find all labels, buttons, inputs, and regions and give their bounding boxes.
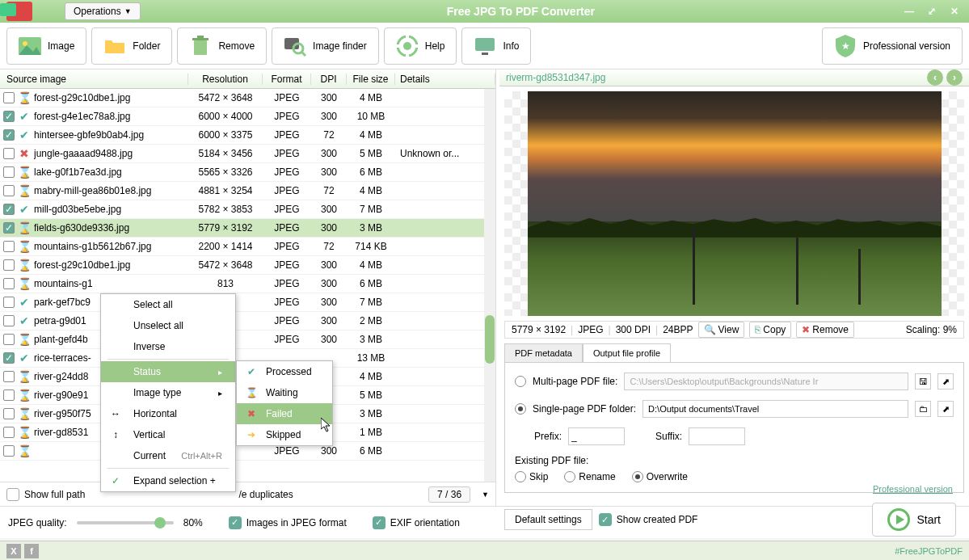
view-button[interactable]: 🔍View	[698, 322, 745, 338]
row-checkbox[interactable]: ✓	[3, 352, 15, 364]
copy-button[interactable]: ⎘Copy	[749, 322, 791, 338]
row-checkbox[interactable]	[3, 389, 15, 401]
table-row[interactable]: ⌛forest-g29c10dbe1.jpg5472 × 3648JPEG300…	[0, 89, 495, 107]
show-created-pdf-toggle[interactable]: ✓ Show created PDF	[599, 513, 698, 526]
show-full-path-toggle[interactable]: ✓ Show full path	[6, 488, 85, 501]
row-checkbox[interactable]	[3, 166, 15, 178]
start-button[interactable]: Start	[872, 503, 956, 537]
suffix-input[interactable]	[689, 427, 745, 445]
ctx-status[interactable]: Status	[101, 361, 235, 382]
exif-toggle[interactable]: ✓ EXIF orientation	[373, 516, 460, 529]
table-row[interactable]: ✓✔hintersee-gbfe9b0ab4.jpg6000 × 3375JPE…	[0, 126, 495, 145]
maximize-button[interactable]: ⤢	[924, 5, 940, 18]
singlepage-path-input[interactable]	[642, 400, 908, 418]
remove-button[interactable]: Remove	[177, 27, 267, 65]
row-checkbox[interactable]	[3, 297, 15, 308]
row-checkbox[interactable]	[3, 148, 15, 159]
professional-version-link[interactable]: Professional version	[873, 484, 953, 494]
open-external-icon[interactable]: ⬈	[937, 373, 954, 389]
table-row[interactable]: ✖jungle-gaaaad9488.jpg5184 × 3456JPEG300…	[0, 145, 495, 163]
table-row[interactable]: ✓✔forest-g4e1ec78a8.jpg6000 × 4000JPEG30…	[0, 107, 495, 126]
scrollbar[interactable]	[484, 89, 495, 482]
scrollbar-thumb[interactable]	[485, 315, 495, 364]
professional-version-button[interactable]: ★Professional version	[822, 27, 963, 65]
sub-waiting[interactable]: ⌛Waiting	[237, 382, 332, 403]
remove-preview-button[interactable]: ✖Remove	[796, 322, 854, 338]
image-finder-button[interactable]: Image finder	[272, 27, 379, 65]
row-checkbox[interactable]	[3, 185, 15, 196]
save-icon[interactable]: 🖫	[915, 373, 931, 389]
row-checkbox[interactable]	[3, 315, 15, 326]
next-image-button[interactable]: ›	[946, 69, 963, 86]
row-checkbox[interactable]	[3, 92, 15, 103]
help-button[interactable]: Help	[384, 27, 457, 65]
row-checkbox[interactable]	[3, 259, 15, 271]
quality-slider[interactable]	[77, 521, 174, 524]
ctx-image-type[interactable]: Image type	[101, 382, 235, 403]
prev-image-button[interactable]: ‹	[927, 69, 943, 86]
col-dpi[interactable]: DPI	[311, 74, 347, 85]
row-checkbox[interactable]	[3, 445, 15, 457]
minimize-button[interactable]: —	[901, 5, 917, 18]
row-checkbox[interactable]	[3, 241, 15, 252]
x-social-button[interactable]: X	[6, 544, 21, 558]
ctx-horizontal[interactable]: ↔Horizontal	[101, 403, 235, 424]
row-checkbox[interactable]: ✓	[3, 222, 15, 234]
folder-icon[interactable]: 🗀	[915, 401, 931, 417]
ctx-vertical[interactable]: ↕Vertical	[101, 424, 235, 445]
col-details[interactable]: Details	[395, 74, 495, 85]
slider-thumb[interactable]	[154, 517, 166, 528]
ctx-select-all[interactable]: Select all	[101, 294, 235, 315]
open-external-icon[interactable]: ⬈	[937, 401, 954, 417]
jpeg-format-toggle[interactable]: ✓ Images in JPEG format	[229, 516, 347, 529]
close-button[interactable]: ✕	[946, 5, 963, 18]
default-settings-button[interactable]: Default settings	[504, 509, 592, 530]
table-row[interactable]: ⌛mountains-g1b5612b67.jpg2200 × 1414JPEG…	[0, 238, 495, 256]
col-resolution[interactable]: Resolution	[188, 74, 263, 85]
ctx-current[interactable]: CurrentCtrl+Alt+R	[101, 445, 235, 466]
tab-output-profile[interactable]: Output file profile	[583, 343, 671, 363]
ctx-unselect-all[interactable]: Unselect all	[101, 315, 235, 336]
row-checkbox[interactable]	[3, 278, 15, 289]
table-row[interactable]: ✓✔mill-gd03be5ebe.jpg5782 × 3853JPEG3007…	[0, 200, 495, 219]
table-row[interactable]: ⌛mountains-g1813JPEG3006 MB	[0, 275, 495, 293]
facebook-button[interactable]: f	[24, 544, 39, 558]
row-checkbox[interactable]: ✓	[3, 129, 15, 141]
row-checkbox[interactable]	[3, 427, 15, 438]
sub-skipped[interactable]: ➜Skipped	[237, 424, 332, 445]
table-row[interactable]: ⌛mabry-mill-gea86b01e8.jpg4881 × 3254JPE…	[0, 182, 495, 200]
row-checkbox[interactable]	[3, 371, 15, 382]
row-checkbox[interactable]: ✓	[3, 111, 15, 122]
col-format[interactable]: Format	[263, 74, 311, 85]
table-row[interactable]: ⌛plant-gefd4b563JPEG3003 MB	[0, 331, 495, 349]
sub-processed[interactable]: ✔Processed	[237, 361, 332, 382]
chevron-down-icon: ▼	[124, 7, 132, 15]
operations-button[interactable]: Operations ▼	[65, 2, 141, 20]
radio-singlepage[interactable]	[515, 403, 526, 415]
table-row[interactable]: ⌛lake-g0f1b7ea3d.jpg5565 × 3326JPEG3006 …	[0, 163, 495, 182]
radio-skip[interactable]	[515, 471, 526, 482]
dropdown-icon[interactable]: ▼	[482, 491, 489, 499]
folder-button[interactable]: Folder	[91, 27, 172, 65]
row-checkbox[interactable]	[3, 334, 15, 345]
row-checkbox[interactable]: ✓	[3, 204, 15, 215]
sub-failed[interactable]: ✖Failed	[237, 403, 332, 424]
ctx-inverse[interactable]: Inverse	[101, 336, 235, 357]
radio-overwrite[interactable]	[632, 471, 643, 482]
image-button[interactable]: Image	[6, 27, 86, 65]
radio-multipage[interactable]	[515, 376, 526, 387]
multipage-path-input[interactable]	[624, 373, 908, 390]
table-row[interactable]: ⌛forest-g29c10dbe1.jpg5472 × 3648JPEG300…	[0, 256, 495, 275]
col-filesize[interactable]: File size	[347, 74, 395, 85]
prefix-input[interactable]	[568, 427, 625, 445]
row-checkbox[interactable]	[3, 408, 15, 419]
info-button[interactable]: Info	[461, 27, 531, 65]
table-row[interactable]: ✓⌛fields-g630de9336.jpg5779 × 3192JPEG30…	[0, 219, 495, 238]
table-row[interactable]: ✔petra-g9d01984JPEG3002 MB	[0, 312, 495, 331]
remove-duplicates-button[interactable]: /e duplicates	[238, 489, 293, 500]
tab-pdf-metadata[interactable]: PDF metadata	[504, 343, 583, 363]
table-row[interactable]: ✔park-gef7bc9712JPEG3007 MB	[0, 293, 495, 312]
ctx-expand[interactable]: ✓Expand selection +	[101, 470, 235, 491]
radio-rename[interactable]	[564, 471, 575, 482]
col-source[interactable]: Source image	[0, 74, 188, 85]
